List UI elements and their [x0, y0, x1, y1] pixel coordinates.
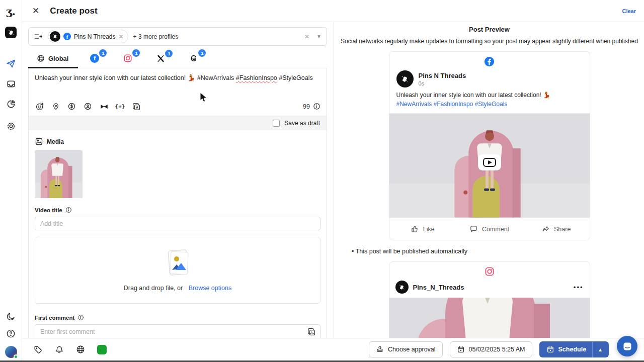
first-comment-field [35, 324, 320, 338]
clear-button[interactable]: Clear [622, 8, 636, 14]
schedule-datetime-button[interactable]: 05/02/2025 5:25 AM [450, 341, 532, 357]
hashtag-link[interactable]: #NewArrivals [396, 101, 432, 108]
workspace-avatar[interactable] [5, 27, 17, 38]
info-icon[interactable] [313, 103, 320, 110]
remove-profile-icon[interactable]: ✕ [118, 33, 123, 40]
instagram-tab-badge: 1 [132, 49, 140, 57]
media-section: Media Video title [29, 130, 327, 338]
upload-illustration [162, 249, 193, 278]
info-icon[interactable] [65, 207, 72, 213]
tab-threads[interactable]: 1 [177, 54, 210, 68]
user-avatar[interactable] [5, 346, 17, 358]
green-color-label[interactable] [97, 345, 107, 354]
post-text-input[interactable]: Unleash your inner style icon with our l… [29, 68, 327, 99]
comment-button[interactable]: Comment [456, 218, 523, 240]
first-comment-input[interactable] [40, 328, 307, 335]
crowdfire-logo[interactable]: ʒ. [6, 6, 16, 17]
share-button[interactable]: Share [523, 218, 590, 240]
dropzone-text: Drag and drop file, or [124, 285, 183, 292]
post-text-misspelled: #FashionInspo [236, 74, 277, 81]
add-media-icon[interactable] [307, 327, 316, 336]
save-as-draft-checkbox[interactable] [273, 120, 280, 127]
x-tab-badge: 1 [165, 50, 173, 57]
instagram-icon [123, 54, 132, 63]
media-thumbnail[interactable] [35, 150, 83, 198]
browse-options-link[interactable]: Browse options [189, 285, 231, 292]
emoji-icon[interactable] [35, 102, 44, 111]
tag-icon[interactable] [33, 345, 43, 354]
profile-selector[interactable]: f Pins N Threads ✕ + 3 more profiles ✕ ▼ [28, 27, 327, 46]
mention-icon[interactable] [83, 102, 93, 111]
facebook-tab-badge: 1 [99, 49, 107, 57]
facebook-icon: f [90, 54, 99, 63]
product-tag-dollar-icon[interactable] [67, 102, 76, 111]
publish-note: • This post will be published automatica… [352, 248, 644, 255]
save-as-draft-label[interactable]: Save as draft [284, 120, 320, 127]
tab-x[interactable]: 1 [144, 54, 177, 68]
publish-paper-plane-icon[interactable] [6, 58, 16, 69]
instagram-username: Pins_N_Threads [413, 284, 464, 291]
avatar [396, 70, 414, 87]
info-icon[interactable] [77, 314, 84, 321]
file-dropzone[interactable]: Drag and drop file, or Browse options [35, 237, 320, 304]
location-pin-icon[interactable] [51, 102, 60, 111]
chat-widget-button[interactable] [617, 336, 637, 356]
video-title-input[interactable] [35, 217, 320, 230]
post-text: Unleash your inner style icon with our l… [35, 74, 236, 81]
facebook-text: Unleash your inner style icon with our l… [396, 92, 550, 99]
composer-toolbar: {+} A 99 [29, 99, 327, 116]
facebook-icon [389, 52, 590, 67]
clear-profiles-icon[interactable]: ✕ [304, 33, 309, 40]
chevron-down-icon[interactable]: ▼ [316, 34, 321, 39]
instagram-preview-card: Pins_N_Threads ••• [389, 261, 590, 338]
choose-approval-label: Choose approval [388, 346, 436, 353]
compose-column: f Pins N Threads ✕ + 3 more profiles ✕ ▼… [22, 22, 334, 338]
facebook-icon: f [63, 33, 71, 40]
settings-gear-icon[interactable] [6, 121, 16, 131]
help-question-icon[interactable] [6, 329, 16, 338]
facebook-post-text: Unleash your inner style icon with our l… [389, 87, 590, 113]
create-post-window: ʒ. ✕ [0, 0, 644, 362]
dark-mode-moon-icon[interactable] [6, 312, 16, 321]
facebook-profile-row: Pins N Threads 0s [389, 67, 590, 87]
schedule-options-chevron-icon[interactable]: ▲ [592, 341, 609, 357]
bell-icon[interactable] [55, 345, 64, 354]
profile-chip[interactable]: f Pins N Threads ✕ [48, 30, 128, 43]
first-comment-label: First comment [35, 315, 74, 321]
instagram-profile-row: Pins_N_Threads ••• [389, 277, 590, 298]
tab-instagram[interactable]: 1 [111, 54, 144, 68]
globe-icon[interactable] [76, 345, 85, 354]
facebook-video-thumbnail[interactable] [389, 113, 590, 218]
facebook-profile-name: Pins N Threads [419, 72, 466, 79]
svg-text:A: A [136, 106, 138, 109]
analytics-pie-icon[interactable] [6, 99, 16, 109]
inbox-tray-icon[interactable] [6, 79, 16, 89]
compose-form: Unleash your inner style icon with our l… [28, 68, 327, 338]
more-options-icon[interactable]: ••• [574, 284, 584, 291]
tab-global[interactable]: Global [28, 54, 78, 68]
preview-title: Post Preview [335, 26, 644, 33]
schedule-button[interactable]: Schedule ▲ [539, 341, 609, 357]
profile-avatar [50, 31, 60, 42]
tab-facebook[interactable]: 1 f [78, 54, 111, 68]
hashtag-recommendation-icon[interactable] [99, 102, 109, 111]
share-label: Share [554, 226, 571, 233]
hashtag-link[interactable]: #FashionInspo [434, 101, 473, 108]
insert-variable-icon[interactable]: {+} [115, 102, 125, 111]
profile-chip-label: Pins N Threads [74, 33, 115, 40]
choose-approval-button[interactable]: Choose approval [369, 341, 443, 357]
post-text-end: #StyleGoals [277, 74, 313, 81]
alt-text-icon[interactable]: A [131, 102, 141, 111]
hashtag-link[interactable]: #StyleGoals [475, 101, 508, 108]
facebook-action-bar: Like Comment Share [389, 218, 590, 240]
header: ✕ Create post Clear [22, 0, 644, 22]
like-button[interactable]: Like [389, 218, 456, 240]
save-as-draft-row: Save as draft [29, 116, 327, 130]
instagram-video-thumbnail[interactable] [389, 298, 590, 338]
close-icon[interactable]: ✕ [32, 6, 39, 16]
char-count: 99 [303, 103, 310, 110]
online-status-dot [14, 354, 18, 359]
more-profiles-label[interactable]: + 3 more profiles [133, 33, 179, 40]
comment-label: Comment [482, 226, 509, 233]
threads-tab-badge: 1 [198, 49, 206, 57]
